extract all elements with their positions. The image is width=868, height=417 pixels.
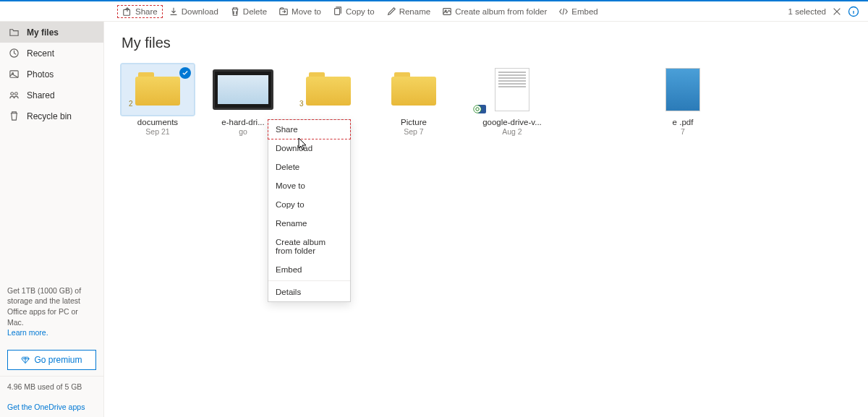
nav-recent[interactable]: Recent bbox=[0, 43, 103, 64]
svg-rect-0 bbox=[124, 9, 130, 15]
sync-icon bbox=[473, 105, 482, 113]
divider bbox=[268, 280, 350, 281]
folder-icon bbox=[9, 27, 20, 38]
nav-recyclebin-label: Recycle bin bbox=[27, 111, 72, 121]
content-area: My files 2 documents Sep 21 e-hard-dri..… bbox=[104, 22, 868, 417]
share-label: Share bbox=[135, 7, 158, 16]
moveto-button[interactable]: Move to bbox=[273, 4, 327, 19]
album-icon bbox=[442, 7, 452, 17]
go-premium-button[interactable]: Go premium bbox=[7, 350, 96, 370]
share-button[interactable]: Share bbox=[117, 5, 163, 18]
copyto-button[interactable]: Copy to bbox=[327, 4, 380, 19]
ctx-delete[interactable]: Delete bbox=[268, 158, 350, 176]
item-date: Aug 2 bbox=[476, 127, 548, 136]
moveto-icon bbox=[278, 7, 289, 17]
photos-icon bbox=[9, 69, 20, 79]
recent-icon bbox=[9, 48, 20, 59]
ctx-details[interactable]: Details bbox=[268, 283, 350, 301]
delete-icon bbox=[230, 7, 240, 17]
item-name: e .pdf bbox=[647, 118, 719, 126]
ctx-moveto[interactable]: Move to bbox=[268, 176, 350, 195]
download-icon bbox=[169, 7, 179, 17]
ctx-createalbum[interactable]: Create album from folder bbox=[268, 233, 350, 260]
nav-shared-label: Shared bbox=[27, 90, 55, 100]
createalbum-button[interactable]: Create album from folder bbox=[436, 4, 553, 19]
nav-photos[interactable]: Photos bbox=[0, 64, 103, 85]
copyto-icon bbox=[333, 7, 343, 17]
diamond-icon bbox=[21, 356, 30, 364]
command-bar: Share Download Delete Move to Copy to Re… bbox=[0, 1, 868, 22]
nav-recent-label: Recent bbox=[27, 48, 54, 59]
learnmore-link[interactable]: Learn more. bbox=[7, 328, 48, 337]
moveto-label: Move to bbox=[292, 7, 321, 16]
file-item[interactable]: google-drive-v... Aug 2 bbox=[476, 64, 548, 136]
download-button[interactable]: Download bbox=[163, 4, 224, 19]
file-grid: 2 documents Sep 21 e-hard-dri... go 3 on… bbox=[122, 64, 851, 136]
recyclebin-icon bbox=[9, 111, 20, 121]
folder-item[interactable]: 2 documents Sep 21 bbox=[122, 64, 194, 136]
embed-icon bbox=[558, 7, 569, 17]
rename-label: Rename bbox=[399, 7, 430, 16]
cursor-icon bbox=[298, 137, 308, 150]
item-name: google-drive-v... bbox=[476, 118, 548, 126]
delete-button[interactable]: Delete bbox=[224, 4, 273, 19]
storage-text: 4.96 MB used of 5 GB bbox=[0, 376, 103, 397]
folder-count: 2 bbox=[129, 100, 133, 108]
share-icon bbox=[122, 7, 132, 17]
folder-count: 3 bbox=[299, 100, 304, 108]
item-date: Sep 7 bbox=[378, 127, 450, 136]
item-name: Picture bbox=[378, 118, 450, 126]
promo-text: Get 1TB (1000 GB) of storage and the lat… bbox=[7, 286, 81, 327]
item-name: documents bbox=[122, 118, 194, 126]
download-label: Download bbox=[182, 7, 218, 16]
shared-icon bbox=[9, 90, 20, 100]
embed-button[interactable]: Embed bbox=[553, 4, 603, 19]
createalbum-label: Create album from folder bbox=[455, 7, 547, 16]
go-premium-label: Go premium bbox=[34, 355, 82, 365]
item-date: 7 bbox=[647, 127, 719, 136]
context-menu: Share Download Delete Move to Copy to Re… bbox=[268, 119, 351, 302]
sidebar: My files Recent Photos Shared Recycle bi… bbox=[0, 22, 104, 417]
nav-shared[interactable]: Shared bbox=[0, 85, 103, 106]
getapps-link[interactable]: Get the OneDrive apps bbox=[0, 397, 103, 417]
ctx-copyto[interactable]: Copy to bbox=[268, 195, 350, 214]
premium-promo: Get 1TB (1000 GB) of storage and the lat… bbox=[0, 280, 103, 344]
svg-point-11 bbox=[474, 106, 482, 113]
svg-rect-2 bbox=[335, 8, 340, 14]
nav-myfiles-label: My files bbox=[27, 27, 59, 38]
item-date: Sep 21 bbox=[122, 127, 194, 136]
selected-check-icon bbox=[179, 67, 191, 79]
page-title: My files bbox=[122, 35, 851, 51]
delete-label: Delete bbox=[243, 7, 267, 16]
copyto-label: Copy to bbox=[346, 7, 375, 16]
folder-item[interactable]: Picture Sep 7 bbox=[378, 64, 450, 136]
embed-label: Embed bbox=[571, 7, 597, 16]
svg-point-9 bbox=[11, 93, 14, 95]
ctx-embed[interactable]: Embed bbox=[268, 260, 350, 279]
rename-icon bbox=[386, 7, 396, 17]
selection-count: 1 selected bbox=[788, 7, 826, 16]
nav-photos-label: Photos bbox=[27, 69, 54, 79]
file-item[interactable]: e .pdf 7 bbox=[647, 64, 719, 136]
ctx-download[interactable]: Download bbox=[268, 139, 350, 158]
clear-selection-button[interactable] bbox=[832, 7, 842, 17]
svg-point-10 bbox=[14, 93, 17, 95]
rename-button[interactable]: Rename bbox=[380, 4, 436, 19]
info-button[interactable] bbox=[848, 6, 859, 17]
ctx-rename[interactable]: Rename bbox=[268, 214, 350, 233]
nav-recyclebin[interactable]: Recycle bin bbox=[0, 106, 103, 126]
nav-myfiles[interactable]: My files bbox=[0, 22, 103, 43]
ctx-share[interactable]: Share bbox=[268, 119, 351, 139]
